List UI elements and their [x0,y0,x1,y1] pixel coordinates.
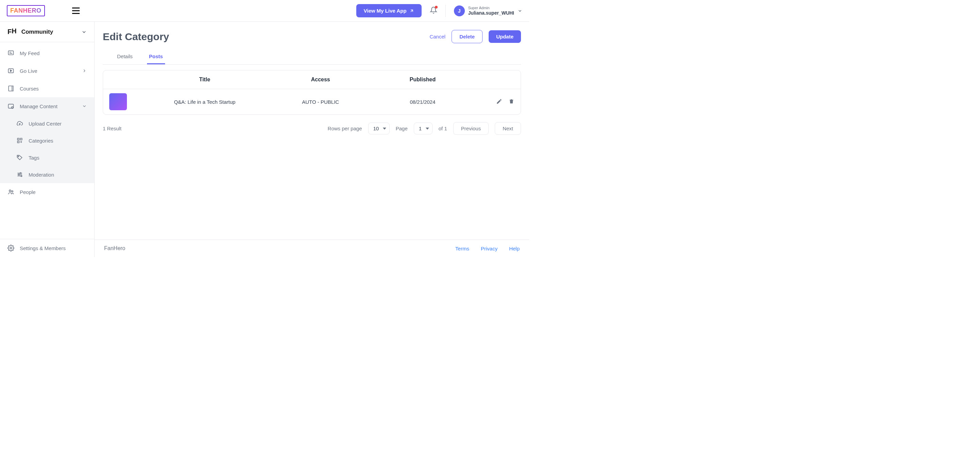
edit-row-button[interactable] [496,98,502,105]
user-menu[interactable]: J Super Admin Juliana.super_WUHI [454,5,522,16]
footer-link-help[interactable]: Help [509,246,520,251]
page-of-text: of 1 [439,126,447,131]
cell-published: 08/21/2024 [372,99,474,105]
sidebar-item-upload-center[interactable]: Upload Center [0,115,94,132]
svg-point-13 [11,191,13,192]
table-row: Q&A: Life in a Tech Startup AUTO - PUBLI… [103,89,520,114]
page-title: Edit Category [103,31,169,43]
chevron-right-icon [82,68,87,73]
manage-content-submenu: Upload Center Categories Tags Moderation [0,115,94,183]
svg-point-9 [20,173,21,173]
sidebar-item-settings[interactable]: Settings & Members [0,239,94,257]
sidebar-item-label: Go Live [20,68,37,74]
chevron-down-icon [82,104,87,108]
cell-access: AUTO - PUBLIC [269,99,372,105]
chevron-down-icon [81,29,87,35]
svg-point-12 [9,190,11,192]
page-select[interactable]: 1 [414,122,433,134]
col-published: Published [372,76,474,83]
pencil-icon [496,98,502,105]
sidebar-item-courses[interactable]: Courses [0,79,94,97]
rows-per-page-select[interactable]: 10 [368,122,390,134]
workspace-selector[interactable]: FH Community [0,22,94,42]
app-footer: FanHero Terms Privacy Help [95,240,529,257]
user-role: Super Admin [468,6,514,10]
next-button[interactable]: Next [495,122,521,135]
main-nav: My Feed Go Live Courses Manage [0,42,94,239]
sidebar-item-label: Tags [29,155,40,160]
sidebar-item-label: Courses [20,86,39,92]
main-content: Edit Category Cancel Delete Update Detai… [95,22,529,257]
feed-icon [8,50,14,57]
rows-per-page-label: Rows per page [328,126,362,131]
delete-row-button[interactable] [508,98,514,105]
svg-rect-7 [18,141,19,143]
folder-gear-icon [8,103,14,110]
sidebar-item-label: My Feed [20,50,40,56]
sidebar: FH Community My Feed Go Live [0,22,95,257]
tabset: Details Posts [103,50,521,65]
header-divider [445,5,446,17]
cell-title: Q&A: Life in a Tech Startup [140,99,269,105]
footer-brand: FanHero [104,245,125,251]
svg-rect-0 [8,51,14,55]
avatar: J [454,5,465,16]
cancel-button[interactable]: Cancel [430,34,445,40]
logo[interactable]: FANHERO [7,5,45,16]
chevron-down-icon [517,8,522,13]
svg-point-8 [18,156,19,157]
svg-rect-3 [8,104,14,108]
delete-button[interactable]: Delete [452,30,482,43]
svg-point-4 [11,107,13,108]
page-label: Page [396,126,408,131]
sidebar-item-label: Manage Content [20,103,57,109]
sliders-icon [16,171,23,178]
notification-dot [435,6,438,8]
col-access: Access [269,76,372,83]
posts-table: Title Access Published Q&A: Life in a Te… [103,70,521,115]
trash-icon [508,98,514,105]
sidebar-item-label: People [20,189,36,195]
pagination: 1 Result Rows per page 10 Page 1 [103,122,521,135]
svg-point-14 [10,247,12,249]
people-icon [8,189,14,195]
sidebar-item-label: Categories [29,138,53,144]
cloud-upload-icon [16,120,23,127]
col-title: Title [140,76,269,83]
sidebar-item-moderation[interactable]: Moderation [0,166,94,183]
user-name: Juliana.super_WUHI [468,10,514,16]
previous-button[interactable]: Previous [453,122,488,135]
tag-icon [16,154,23,161]
workspace-icon: FH [8,28,17,36]
update-button[interactable]: Update [488,30,521,43]
sidebar-item-categories[interactable]: Categories [0,132,94,149]
tab-posts[interactable]: Posts [147,50,165,64]
sidebar-item-my-feed[interactable]: My Feed [0,44,94,62]
video-icon [8,67,14,74]
post-thumbnail [109,93,127,110]
menu-toggle-icon[interactable] [72,8,80,14]
svg-rect-6 [21,138,22,140]
sidebar-item-manage-content[interactable]: Manage Content [0,97,94,115]
external-link-icon [409,8,414,13]
footer-link-terms[interactable]: Terms [455,246,469,251]
sidebar-item-label: Moderation [29,172,54,178]
sidebar-item-go-live[interactable]: Go Live [0,62,94,79]
svg-rect-5 [18,138,19,140]
book-icon [8,85,14,92]
sidebar-item-people[interactable]: People [0,183,94,201]
grid-plus-icon [16,137,23,144]
svg-rect-2 [8,86,12,91]
notifications-button[interactable] [430,6,437,15]
svg-point-10 [18,174,19,175]
sidebar-item-tags[interactable]: Tags [0,149,94,166]
sidebar-item-label: Settings & Members [20,245,66,251]
app-header: FANHERO View My Live App J Super Admin J… [0,0,529,22]
view-app-label: View My Live App [364,8,407,14]
workspace-name: Community [21,29,53,35]
footer-link-privacy[interactable]: Privacy [481,246,498,251]
gear-icon [8,245,14,251]
view-live-app-button[interactable]: View My Live App [356,4,422,17]
tab-details[interactable]: Details [115,50,135,64]
result-count: 1 Result [103,126,121,131]
